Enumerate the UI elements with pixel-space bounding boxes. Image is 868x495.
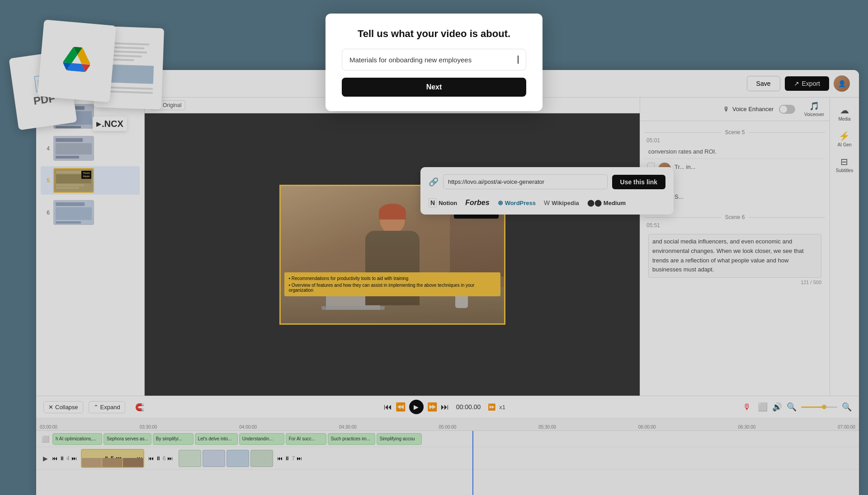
dialog-title: Tell us what your video is about. xyxy=(342,28,526,40)
dialog-backdrop: Tell us what your video is about. Materi… xyxy=(0,0,868,495)
dialog-box: Tell us what your video is about. Materi… xyxy=(326,14,542,111)
dialog-input[interactable]: Materials for onboarding new employees xyxy=(342,49,526,70)
text-cursor xyxy=(518,56,519,64)
dialog-next-button[interactable]: Next xyxy=(342,78,526,97)
